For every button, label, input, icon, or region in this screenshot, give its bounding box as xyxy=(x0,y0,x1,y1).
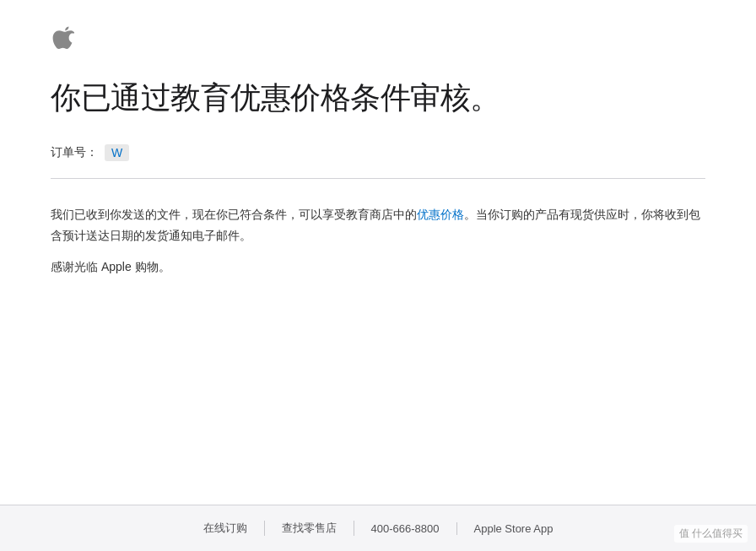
section-divider xyxy=(51,178,705,179)
order-label: 订单号： xyxy=(51,145,98,160)
main-content: 你已通过教育优惠价格条件审核。 订单号： W 我们已收到你发送的文件，现在你已符… xyxy=(0,0,756,505)
footer-link-online-order[interactable]: 在线订购 xyxy=(186,521,265,536)
page-footer: 在线订购 查找零售店 400-666-8800 Apple Store App xyxy=(0,505,756,551)
body-paragraph-2: 感谢光临 Apple 购物。 xyxy=(51,257,705,278)
footer-link-apple-store-app[interactable]: Apple Store App xyxy=(457,522,570,535)
watermark: 值 什么值得买 xyxy=(674,525,748,543)
page-title: 你已通过教育优惠价格条件审核。 xyxy=(51,78,705,119)
order-number: W xyxy=(105,144,129,161)
footer-link-phone[interactable]: 400-666-8800 xyxy=(354,522,457,535)
footer-links: 在线订购 查找零售店 400-666-8800 Apple Store App xyxy=(186,521,570,536)
highlight-text: 优惠价格 xyxy=(417,208,464,221)
apple-logo-icon xyxy=(51,25,74,49)
order-row: 订单号： W xyxy=(51,144,705,161)
body-paragraph-1: 我们已收到你发送的文件，现在你已符合条件，可以享受教育商店中的优惠价格。当你订购… xyxy=(51,204,705,246)
footer-link-find-store[interactable]: 查找零售店 xyxy=(265,521,354,536)
apple-logo xyxy=(51,25,705,52)
